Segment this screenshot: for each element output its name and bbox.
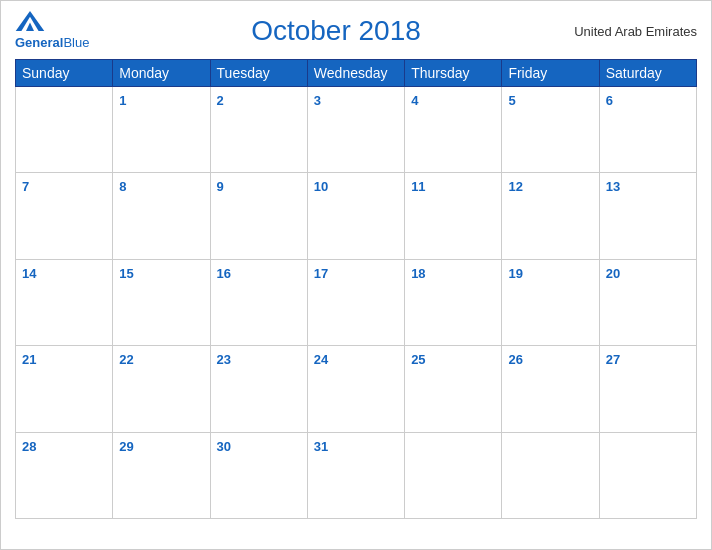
calendar-cell: 23 (210, 346, 307, 432)
day-number: 18 (411, 266, 425, 281)
calendar-cell: 4 (405, 87, 502, 173)
day-number: 20 (606, 266, 620, 281)
calendar-cell: 25 (405, 346, 502, 432)
header-saturday: Saturday (599, 60, 696, 87)
day-number: 31 (314, 439, 328, 454)
calendar-cell: 9 (210, 173, 307, 259)
calendar-cell: 10 (307, 173, 404, 259)
calendar-cell: 26 (502, 346, 599, 432)
header-friday: Friday (502, 60, 599, 87)
day-number: 28 (22, 439, 36, 454)
day-number: 19 (508, 266, 522, 281)
day-number: 8 (119, 179, 126, 194)
calendar-cell (405, 432, 502, 518)
calendar-cell: 24 (307, 346, 404, 432)
header-wednesday: Wednesday (307, 60, 404, 87)
day-number: 21 (22, 352, 36, 367)
logo: GeneralBlue (15, 11, 105, 51)
calendar-container: GeneralBlue October 2018 United Arab Emi… (0, 0, 712, 550)
day-number: 6 (606, 93, 613, 108)
calendar-cell: 20 (599, 259, 696, 345)
calendar-cell: 2 (210, 87, 307, 173)
month-title: October 2018 (105, 15, 567, 47)
calendar-cell: 1 (113, 87, 210, 173)
week-row-5: 28293031 (16, 432, 697, 518)
day-number: 13 (606, 179, 620, 194)
calendar-table: Sunday Monday Tuesday Wednesday Thursday… (15, 59, 697, 519)
calendar-cell: 17 (307, 259, 404, 345)
calendar-cell: 15 (113, 259, 210, 345)
day-number: 11 (411, 179, 425, 194)
day-number: 2 (217, 93, 224, 108)
header-sunday: Sunday (16, 60, 113, 87)
day-number: 29 (119, 439, 133, 454)
logo-icon (15, 11, 45, 31)
calendar-cell: 30 (210, 432, 307, 518)
week-row-4: 21222324252627 (16, 346, 697, 432)
day-number: 22 (119, 352, 133, 367)
header-monday: Monday (113, 60, 210, 87)
day-number: 9 (217, 179, 224, 194)
day-number: 25 (411, 352, 425, 367)
calendar-cell: 3 (307, 87, 404, 173)
calendar-cell: 5 (502, 87, 599, 173)
calendar-cell: 22 (113, 346, 210, 432)
calendar-cell: 13 (599, 173, 696, 259)
header-thursday: Thursday (405, 60, 502, 87)
calendar-cell: 19 (502, 259, 599, 345)
header-tuesday: Tuesday (210, 60, 307, 87)
day-number: 3 (314, 93, 321, 108)
calendar-cell: 7 (16, 173, 113, 259)
calendar-cell (599, 432, 696, 518)
day-number: 7 (22, 179, 29, 194)
calendar-cell: 12 (502, 173, 599, 259)
day-number: 17 (314, 266, 328, 281)
calendar-cell (502, 432, 599, 518)
calendar-cell: 18 (405, 259, 502, 345)
day-number: 5 (508, 93, 515, 108)
logo-blue: Blue (63, 35, 89, 50)
weekday-header-row: Sunday Monday Tuesday Wednesday Thursday… (16, 60, 697, 87)
week-row-3: 14151617181920 (16, 259, 697, 345)
day-number: 16 (217, 266, 231, 281)
calendar-cell: 21 (16, 346, 113, 432)
day-number: 26 (508, 352, 522, 367)
day-number: 12 (508, 179, 522, 194)
calendar-cell: 28 (16, 432, 113, 518)
day-number: 15 (119, 266, 133, 281)
day-number: 24 (314, 352, 328, 367)
week-row-1: 123456 (16, 87, 697, 173)
calendar-cell (16, 87, 113, 173)
calendar-cell: 27 (599, 346, 696, 432)
day-number: 27 (606, 352, 620, 367)
logo-text: GeneralBlue (15, 33, 89, 51)
calendar-cell: 14 (16, 259, 113, 345)
day-number: 14 (22, 266, 36, 281)
calendar-cell: 11 (405, 173, 502, 259)
day-number: 10 (314, 179, 328, 194)
calendar-cell: 29 (113, 432, 210, 518)
day-number: 23 (217, 352, 231, 367)
day-number: 4 (411, 93, 418, 108)
country-label: United Arab Emirates (567, 24, 697, 39)
day-number: 1 (119, 93, 126, 108)
calendar-cell: 6 (599, 87, 696, 173)
calendar-cell: 31 (307, 432, 404, 518)
calendar-header: GeneralBlue October 2018 United Arab Emi… (15, 11, 697, 51)
logo-general: General (15, 35, 63, 50)
calendar-cell: 8 (113, 173, 210, 259)
calendar-cell: 16 (210, 259, 307, 345)
week-row-2: 78910111213 (16, 173, 697, 259)
day-number: 30 (217, 439, 231, 454)
